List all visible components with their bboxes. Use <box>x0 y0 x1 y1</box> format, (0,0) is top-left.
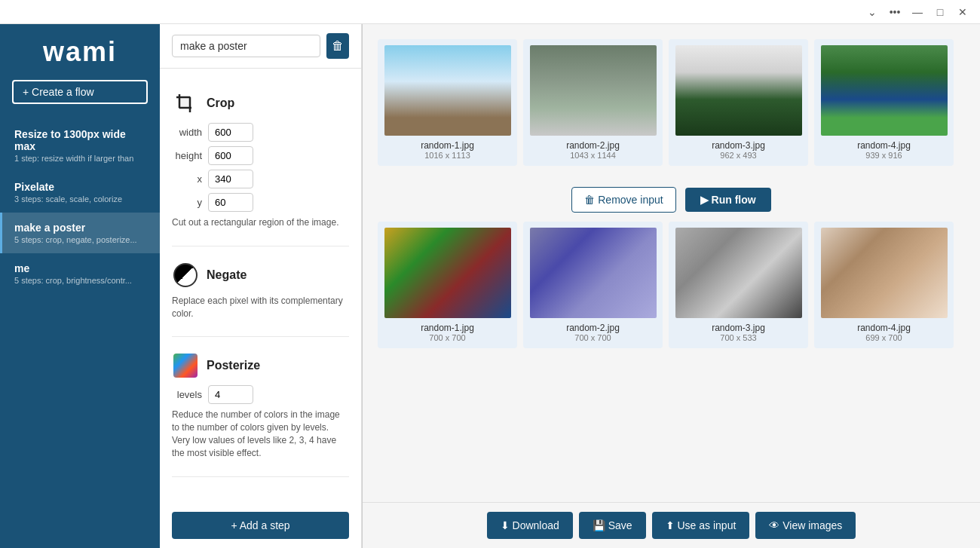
field-input-levels[interactable] <box>208 385 253 404</box>
output-image-thumbnail <box>675 228 802 318</box>
close-button[interactable]: ✕ <box>951 1 974 23</box>
app-logo: wami <box>0 36 160 68</box>
step-name: Negate <box>207 268 247 282</box>
flow-name-input[interactable] <box>172 35 320 57</box>
step-desc: Reduce the number of colors in the image… <box>172 409 349 459</box>
output-image-name: random-4.jpg <box>857 323 911 333</box>
flow-list: Resize to 1300px wide max 1 step: resize… <box>0 119 160 294</box>
run-flow-button[interactable]: ▶ Run flow <box>685 188 771 212</box>
posterize-icon <box>172 352 199 379</box>
image-dims: 1043 x 1144 <box>570 151 616 160</box>
save-button[interactable]: 💾 Save <box>579 512 646 539</box>
field-label: levels <box>172 389 202 400</box>
flow-item-name: me <box>14 262 148 274</box>
step-desc: Replace each pixel with its complementar… <box>172 295 349 320</box>
field-label: width <box>172 127 202 138</box>
sidebar-flow-item[interactable]: make a poster 5 steps: crop, negate, pos… <box>0 213 160 253</box>
flow-item-desc: 1 step: resize width if larger than <box>14 154 148 163</box>
steps-scroll: Crop width height x y Cut out a rectangu… <box>160 69 361 503</box>
output-image-dims: 699 x 700 <box>865 333 902 342</box>
step-card-posterize: Posterize levels Reduce the number of co… <box>172 343 349 476</box>
step-header: Crop <box>172 90 349 117</box>
output-image-name: random-3.jpg <box>712 323 765 333</box>
field-label: x <box>172 173 202 185</box>
output-image-thumbnail <box>530 228 657 318</box>
output-image-card[interactable]: random-3.jpg 700 x 533 <box>669 222 808 348</box>
minimize-button[interactable]: — <box>906 1 929 23</box>
input-image-card[interactable]: random-1.jpg 1016 x 1113 <box>378 39 517 166</box>
field-input-y[interactable] <box>208 193 253 212</box>
step-name: Crop <box>207 96 234 110</box>
image-thumbnail <box>821 45 948 136</box>
image-dims: 962 x 493 <box>720 151 756 160</box>
step-name: Posterize <box>207 359 260 372</box>
image-name: random-2.jpg <box>566 140 620 151</box>
crop-icon <box>172 90 199 117</box>
step-field: x <box>172 170 349 188</box>
output-image-dims: 700 x 533 <box>720 333 756 342</box>
step-field: levels <box>172 385 349 404</box>
image-thumbnail <box>384 45 511 136</box>
app-layout: wami + Create a flow Resize to 1300px wi… <box>0 24 980 548</box>
flow-item-name: make a poster <box>14 222 148 234</box>
flow-item-name: Pixelate <box>14 181 148 193</box>
image-thumbnail <box>675 45 802 136</box>
output-image-card[interactable]: random-2.jpg 700 x 700 <box>523 222 663 348</box>
image-name: random-1.jpg <box>421 140 474 151</box>
output-image-dims: 700 x 700 <box>574 333 611 342</box>
flow-item-desc: 5 steps: crop, negate, posterize... <box>14 235 148 244</box>
collapse-button[interactable]: ⌄ <box>861 1 884 23</box>
steps-header: 🗑 <box>160 24 361 69</box>
output-image-card[interactable]: random-1.jpg 700 x 700 <box>378 222 517 348</box>
image-name: random-4.jpg <box>857 140 911 151</box>
main-content: random-1.jpg 1016 x 1113 random-2.jpg 10… <box>363 24 980 548</box>
delete-flow-button[interactable]: 🗑 <box>326 33 349 59</box>
create-flow-button[interactable]: + Create a flow <box>12 80 148 104</box>
view-images-button[interactable]: 👁 View images <box>755 512 856 539</box>
sidebar: wami + Create a flow Resize to 1300px wi… <box>0 24 160 548</box>
step-header: Negate <box>172 262 349 289</box>
download-button[interactable]: ⬇ Download <box>487 512 573 539</box>
image-dims: 939 x 916 <box>865 151 902 160</box>
title-bar: ⌄ ••• — □ ✕ <box>0 0 980 24</box>
field-input-height[interactable] <box>208 146 253 165</box>
more-button[interactable]: ••• <box>884 1 906 23</box>
flow-item-name: Resize to 1300px wide max <box>14 128 148 152</box>
step-field: width <box>172 123 349 142</box>
add-step-button[interactable]: + Add a step <box>172 512 349 539</box>
field-input-width[interactable] <box>208 123 253 142</box>
output-image-thumbnail <box>384 228 511 318</box>
remove-input-button[interactable]: 🗑 Remove input <box>571 187 675 213</box>
field-label: height <box>172 150 202 161</box>
negate-icon <box>172 262 199 289</box>
run-bar: 🗑 Remove input ▶ Run flow <box>378 178 965 222</box>
input-image-card[interactable]: random-4.jpg 939 x 916 <box>814 39 954 166</box>
flow-item-desc: 3 steps: scale, scale, colorize <box>14 194 148 204</box>
sidebar-flow-item[interactable]: Resize to 1300px wide max 1 step: resize… <box>0 119 160 172</box>
sidebar-flow-item[interactable]: me 5 steps: crop, brightness/contr... <box>0 253 160 294</box>
bottom-toolbar: ⬇ Download 💾 Save ⬆ Use as input 👁 View … <box>363 502 980 548</box>
step-desc: Cut out a rectangular region of the imag… <box>172 216 349 229</box>
image-gallery: random-1.jpg 1016 x 1113 random-2.jpg 10… <box>363 24 980 502</box>
output-image-name: random-2.jpg <box>566 323 620 333</box>
step-field: y <box>172 193 349 212</box>
sidebar-flow-item[interactable]: Pixelate 3 steps: scale, scale, colorize <box>0 172 160 213</box>
image-thumbnail <box>530 45 657 136</box>
output-image-dims: 700 x 700 <box>429 333 465 342</box>
step-header: Posterize <box>172 352 349 379</box>
image-dims: 1016 x 1113 <box>424 151 470 160</box>
input-image-card[interactable]: random-2.jpg 1043 x 1144 <box>523 39 663 166</box>
svg-rect-4 <box>179 97 190 108</box>
output-image-thumbnail <box>821 228 948 318</box>
maximize-button[interactable]: □ <box>929 1 951 23</box>
output-image-card[interactable]: random-4.jpg 699 x 700 <box>814 222 954 348</box>
input-image-grid: random-1.jpg 1016 x 1113 random-2.jpg 10… <box>378 39 965 166</box>
field-input-x[interactable] <box>208 170 253 188</box>
output-image-name: random-1.jpg <box>421 323 474 333</box>
use-as-input-button[interactable]: ⬆ Use as input <box>652 512 750 539</box>
input-image-card[interactable]: random-3.jpg 962 x 493 <box>669 39 808 166</box>
step-card-negate: Negate Replace each pixel with its compl… <box>172 253 349 338</box>
field-label: y <box>172 197 202 208</box>
output-image-grid: random-1.jpg 700 x 700 random-2.jpg 700 … <box>378 222 965 348</box>
step-field: height <box>172 146 349 165</box>
